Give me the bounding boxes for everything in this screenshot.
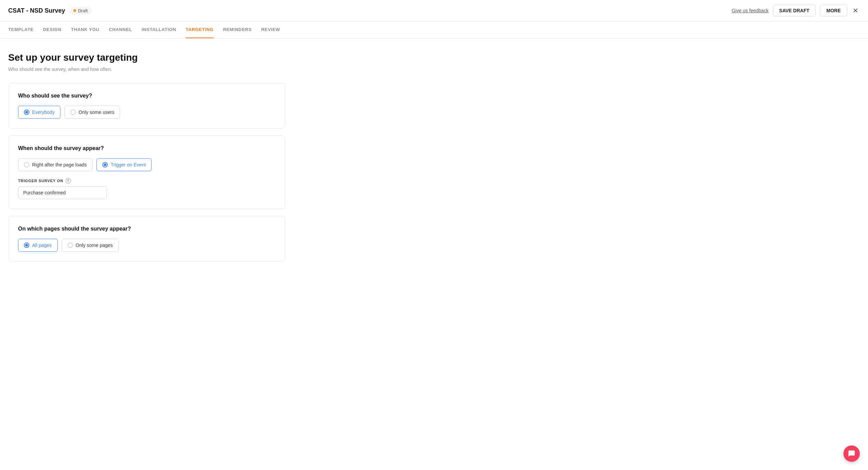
everybody-label: Everybody: [32, 109, 55, 115]
all-pages-label: All pages: [32, 243, 52, 248]
only-some-pages-label: Only some pages: [76, 243, 113, 248]
nav-item-template[interactable]: TEMPLATE: [8, 21, 33, 38]
header-left: CSAT - NSD Survey Draft: [8, 7, 92, 15]
who-title: Who should see the survey?: [18, 93, 275, 99]
pages-title: On which pages should the survey appear?: [18, 226, 275, 232]
when-title: When should the survey appear?: [18, 145, 275, 151]
everybody-option[interactable]: Everybody: [18, 106, 60, 119]
only-some-pages-option[interactable]: Only some pages: [62, 239, 119, 252]
all-pages-option[interactable]: All pages: [18, 239, 58, 252]
only-some-users-option[interactable]: Only some users: [64, 106, 120, 119]
draft-dot-icon: [73, 9, 76, 12]
right-after-label: Right after the page loads: [32, 162, 87, 167]
main-content: Set up your survey targeting Who should …: [0, 39, 293, 282]
page-title: Set up your survey targeting: [8, 52, 285, 63]
nav-item-channel[interactable]: CHANNEL: [109, 21, 132, 38]
header: CSAT - NSD Survey Draft Give us feedback…: [0, 0, 868, 21]
draft-label: Draft: [78, 8, 88, 13]
nav-item-thank-you[interactable]: THANK YOU: [71, 21, 99, 38]
feedback-link[interactable]: Give us feedback: [732, 8, 768, 13]
nav-item-reminders[interactable]: REMINDERS: [223, 21, 252, 38]
nav-item-review[interactable]: REVIEW: [261, 21, 280, 38]
pages-card: On which pages should the survey appear?…: [8, 216, 285, 262]
more-button[interactable]: MORE: [820, 5, 847, 16]
trigger-on-event-radio-icon: [102, 162, 108, 167]
pages-radio-group: All pages Only some pages: [18, 239, 275, 252]
save-draft-button[interactable]: SAVE DRAFT: [773, 5, 816, 16]
header-right: Give us feedback SAVE DRAFT MORE ✕: [732, 5, 860, 16]
nav-item-targeting[interactable]: TARGETING: [186, 21, 213, 38]
trigger-input[interactable]: [18, 186, 107, 199]
all-pages-radio-icon: [24, 243, 29, 248]
trigger-on-event-label: Trigger on Event: [111, 162, 146, 167]
who-card: Who should see the survey? Everybody Onl…: [8, 83, 285, 129]
right-after-option[interactable]: Right after the page loads: [18, 158, 92, 171]
trigger-survey-label: TRIGGER SURVEY ON ?: [18, 178, 275, 183]
app-title: CSAT - NSD Survey: [8, 7, 65, 14]
who-radio-group: Everybody Only some users: [18, 106, 275, 119]
when-radio-group: Right after the page loads Trigger on Ev…: [18, 158, 275, 171]
trigger-on-event-option[interactable]: Trigger on Event: [97, 158, 151, 171]
nav: TEMPLATE DESIGN THANK YOU CHANNEL INSTAL…: [0, 21, 868, 39]
nav-item-design[interactable]: DESIGN: [43, 21, 61, 38]
everybody-radio-icon: [24, 109, 29, 115]
right-after-radio-icon: [24, 162, 29, 167]
page-subtitle: Who should see the survey, when and how …: [8, 67, 285, 72]
close-button[interactable]: ✕: [851, 5, 860, 16]
nav-item-installation[interactable]: INSTALLATION: [142, 21, 176, 38]
when-card: When should the survey appear? Right aft…: [8, 135, 285, 209]
only-some-pages-radio-icon: [68, 243, 73, 248]
trigger-help-icon[interactable]: ?: [66, 178, 71, 183]
draft-badge: Draft: [69, 7, 92, 15]
only-some-users-label: Only some users: [78, 109, 114, 115]
only-some-users-radio-icon: [70, 109, 76, 115]
